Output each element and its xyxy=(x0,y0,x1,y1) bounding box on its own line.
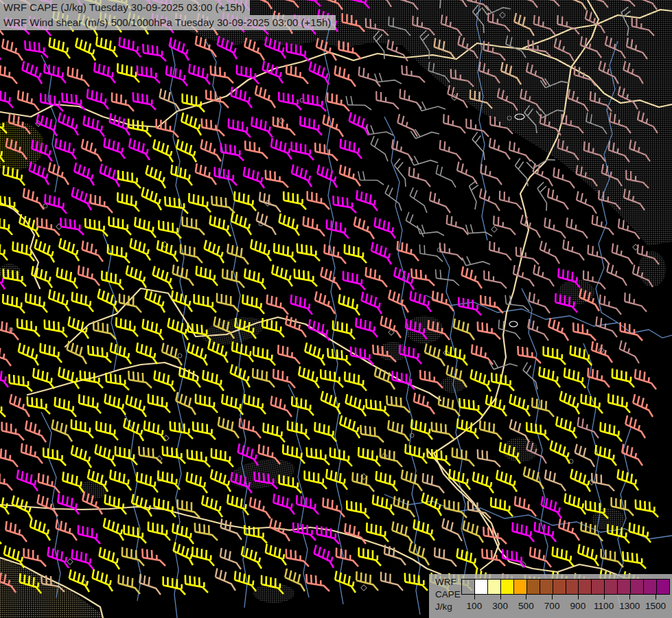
wind-barb-strong-shear-yellow xyxy=(202,240,227,263)
wind-barb-shear-salmon xyxy=(249,497,272,518)
wind-barb-shear-salmon xyxy=(18,91,39,111)
wind-barb-shear-salmon xyxy=(572,321,596,343)
wind-barb-shear-dark-yellow xyxy=(388,420,410,441)
wind-barb-shear-dark-yellow xyxy=(401,470,424,491)
wind-barb-strong-shear-yellow xyxy=(375,471,397,492)
wind-barb-strong-shear-yellow xyxy=(201,495,224,517)
wind-barb-extreme-shear-magenta xyxy=(167,37,192,60)
wind-barb-weak-shear-rosybrown xyxy=(483,268,507,291)
wind-barb-strong-shear-yellow xyxy=(635,497,658,520)
wind-barb-strong-shear-yellow xyxy=(192,546,214,567)
wind-barb-strong-shear-yellow xyxy=(612,367,634,389)
wind-barb-shear-salmon xyxy=(334,65,356,87)
wind-barb-shear-salmon xyxy=(239,418,261,439)
wind-barb-strong-shear-yellow xyxy=(472,472,495,493)
wind-barb-strong-shear-yellow xyxy=(244,523,267,546)
wind-barb-extreme-shear-magenta xyxy=(16,470,39,491)
wind-barb-extreme-shear-magenta xyxy=(316,524,339,546)
wind-barb-shear-salmon xyxy=(307,190,329,211)
wind-barb-strong-shear-yellow xyxy=(16,317,40,339)
legend-color-cell xyxy=(605,580,618,594)
legend-tickmark xyxy=(629,595,630,599)
wind-barb-shear-salmon xyxy=(483,524,507,547)
wind-barb-shear-dark-yellow xyxy=(391,521,414,543)
wind-barb-shear-salmon xyxy=(111,91,134,113)
wind-barb-shear-salmon xyxy=(345,523,367,544)
wind-barb-strong-shear-yellow xyxy=(151,266,175,289)
legend-tick-label: 1500 xyxy=(640,601,671,611)
wind-barb-shear-salmon xyxy=(273,368,295,389)
wind-barb-strong-shear-yellow xyxy=(242,294,264,315)
wind-barb-strong-shear-yellow xyxy=(263,422,285,444)
wind-barb-weak-shear-rosybrown xyxy=(401,62,425,86)
wind-barb-strong-shear-yellow xyxy=(303,343,327,365)
wind-barb-shear-dark-yellow xyxy=(462,520,485,542)
wind-barb-strong-shear-yellow xyxy=(2,293,25,314)
wind-barb-strong-shear-yellow xyxy=(95,420,118,442)
wind-barb-extreme-shear-magenta xyxy=(410,290,432,312)
wind-barb-strong-shear-yellow xyxy=(195,393,218,415)
wind-barb-shear-tan xyxy=(573,444,597,467)
wind-barb-extreme-shear-magenta xyxy=(296,494,318,516)
wind-barb-strong-shear-yellow xyxy=(78,393,101,415)
wind-barb-strong-shear-yellow xyxy=(420,492,444,516)
wind-barb-shear-salmon xyxy=(23,547,46,569)
wind-barb-strong-shear-yellow xyxy=(102,518,126,540)
wind-barb-strong-shear-yellow xyxy=(569,469,592,492)
wind-barb-weak-shear-rosybrown xyxy=(588,244,610,266)
wind-barb-strong-shear-yellow xyxy=(110,343,132,364)
wind-barb-shear-dark-yellow xyxy=(360,422,384,446)
wind-barb-strong-shear-yellow xyxy=(62,472,84,492)
wind-barb-shear-salmon xyxy=(461,266,483,288)
wind-barb-strong-shear-yellow xyxy=(185,573,208,595)
legend-color-cell xyxy=(488,580,501,594)
wind-barb-extreme-shear-magenta xyxy=(343,270,365,292)
city-marker xyxy=(361,585,367,591)
wind-barb-shear-salmon xyxy=(635,369,656,390)
wind-barb-weak-shear-gray xyxy=(435,165,458,187)
wind-barb-shear-salmon xyxy=(277,344,300,365)
wind-barb-extreme-shear-magenta xyxy=(290,164,314,187)
wind-barb-shear-salmon xyxy=(305,571,329,595)
wind-barb-strong-shear-yellow xyxy=(564,368,586,389)
wind-barb-strong-shear-yellow xyxy=(157,240,179,262)
wind-barb-shear-dark-yellow xyxy=(380,447,402,469)
wind-barb-strong-shear-yellow xyxy=(196,266,218,286)
wind-barb-shear-salmon xyxy=(286,64,308,85)
wind-barb-weak-shear-rosybrown xyxy=(553,168,575,188)
wind-barb-extreme-shear-magenta xyxy=(61,90,85,113)
city-marker xyxy=(43,204,47,208)
wind-barb-strong-shear-yellow xyxy=(548,440,572,464)
legend-tickmark xyxy=(604,595,605,599)
legend-color-cell xyxy=(540,580,553,594)
cape-area-low xyxy=(158,0,672,246)
wind-barb-extreme-shear-magenta xyxy=(24,38,48,61)
wind-barb-shear-salmon xyxy=(265,168,288,190)
wind-barb-strong-shear-yellow xyxy=(235,571,256,592)
wind-barb-extreme-shear-magenta xyxy=(290,295,312,315)
wind-barb-weak-shear-rosybrown xyxy=(408,167,430,187)
wind-barb-weak-shear-rosybrown xyxy=(538,240,562,264)
wind-barb-strong-shear-yellow xyxy=(509,394,531,416)
wind-barb-shear-tan xyxy=(544,470,567,491)
wind-barb-strong-shear-yellow xyxy=(413,519,435,540)
legend-color-cell xyxy=(631,580,644,594)
legend-color-cell xyxy=(618,580,631,594)
wind-barb-shear-salmon xyxy=(244,139,268,161)
wind-barb-shear-salmon xyxy=(38,473,60,494)
wind-barb-strong-shear-yellow xyxy=(104,494,126,515)
wind-barb-strong-shear-yellow xyxy=(136,343,159,364)
wind-barb-shear-dark-yellow xyxy=(386,393,410,416)
wind-barb-shear-dark-yellow xyxy=(218,417,240,438)
wind-barb-weak-shear-rosybrown xyxy=(489,240,511,262)
wind-barb-extreme-shear-magenta xyxy=(312,545,336,568)
legend-label-unit: J/kg xyxy=(435,601,461,613)
wind-barb-weak-shear-rosybrown xyxy=(596,317,618,337)
wind-barb-shear-dark-yellow xyxy=(174,392,198,415)
wind-barb-weak-shear-rosybrown xyxy=(429,192,452,213)
wind-barb-shear-salmon xyxy=(339,165,362,186)
wind-barb-shear-salmon xyxy=(365,267,387,288)
wind-barb-strong-shear-yellow xyxy=(158,218,181,241)
wind-barb-extreme-shear-magenta xyxy=(360,292,383,314)
wind-barb-strong-shear-yellow xyxy=(564,493,586,514)
